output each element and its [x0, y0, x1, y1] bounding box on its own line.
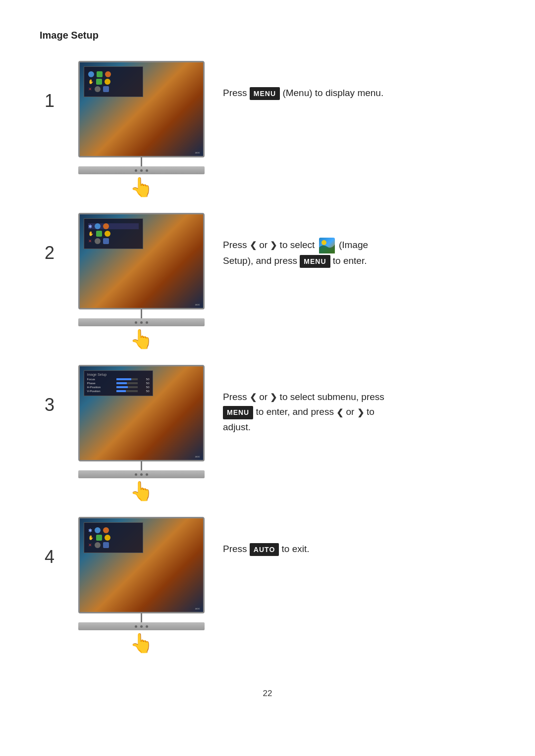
- step-3-to-enter: to enter, and press: [256, 406, 337, 417]
- monitor-stand-3: [141, 461, 142, 470]
- step-3-or2: or: [346, 406, 357, 417]
- step-2-image-setup-label: (Image: [339, 240, 368, 250]
- base-dot-1c: [146, 169, 148, 172]
- base-dot-2c: [146, 321, 148, 324]
- step-2-menu-key: MENU: [300, 255, 330, 268]
- osd-item-2b: ✋: [88, 231, 139, 237]
- step-3-monitor: Image Setup Focus 50 Phase 50: [78, 365, 205, 461]
- osd-icon-green-4: [96, 535, 102, 541]
- asterisk-icon-4: ✱: [88, 528, 92, 533]
- chevron-right-3a: ❯: [270, 391, 277, 404]
- step-4-monitor: ✱ ✋ ✕: [78, 517, 205, 613]
- monitor-base-1: [78, 166, 205, 174]
- chevron-left-3a: ❮: [250, 391, 257, 404]
- sub-label-phase: Phase: [87, 382, 114, 385]
- step-3-or1: or: [259, 392, 270, 402]
- monitor-base-3: [78, 470, 205, 478]
- osd-item-4a: ✱: [88, 527, 139, 533]
- osd-icon-orange-4: [103, 527, 109, 533]
- step-2-monitor: ✱ ✋ ✕: [78, 213, 205, 309]
- sub-fill-phase: [116, 382, 127, 384]
- aoc-logo-3: aoc: [195, 455, 200, 458]
- base-dot-4b: [140, 625, 143, 628]
- steps-container: 1 ✋: [40, 61, 495, 664]
- osd-item-2c: ✕: [88, 238, 139, 244]
- step-2-image-area: ✱ ✋ ✕: [74, 213, 208, 350]
- step-1-menu-key: MENU: [250, 87, 280, 100]
- sub-bar-vpos: [116, 390, 138, 392]
- osd-icon-orange-2: [103, 223, 109, 229]
- osd-menu-2: ✱ ✋ ✕: [84, 218, 143, 249]
- step-2-row: 2 ✱ ✋: [40, 213, 495, 350]
- step-1-image-area: ✋ ✕ aoc: [74, 61, 208, 198]
- osd-icon-circle-4: [95, 542, 101, 548]
- step-3-image-area: Image Setup Focus 50 Phase 50: [74, 365, 208, 502]
- step-2-number: 2: [40, 243, 59, 263]
- osd-icon-blue-2: [95, 223, 101, 229]
- osd-menu-4: ✱ ✋ ✕: [84, 522, 143, 553]
- osd-icon-arrow-2: [103, 238, 109, 244]
- osd-item-2: ✋: [88, 79, 139, 85]
- osd-item-1: [88, 71, 139, 77]
- step-2-desc: Press ❮ or ❯ to select: [223, 213, 495, 268]
- osd-icon-blue-1: [88, 71, 94, 77]
- aoc-logo-1: aoc: [195, 151, 200, 154]
- base-dot-1a: [135, 169, 137, 172]
- step-3-select-sub: to select submenu, press: [280, 392, 384, 402]
- base-dot-3a: [135, 473, 137, 476]
- osd-icon-arrow-1: [103, 86, 109, 92]
- step-3-row: 3 Image Setup Focus 50: [40, 365, 495, 502]
- base-dot-2b: [140, 321, 143, 324]
- sub-item-hpos: H-Position 50: [87, 386, 150, 389]
- monitor-stand-2: [141, 309, 142, 318]
- hand-pointer-2: 👆: [130, 328, 153, 350]
- step-1-monitor: ✋ ✕ aoc: [78, 61, 205, 157]
- osd-item-4c: ✕: [88, 542, 139, 548]
- step-4-to-exit: to exit.: [282, 544, 310, 554]
- osd-icon-yellow-4: [105, 535, 110, 541]
- sub-fill-focus: [116, 378, 131, 380]
- hand-pointer-3: 👆: [130, 480, 153, 502]
- step-3-screen: Image Setup Focus 50 Phase 50: [80, 366, 203, 460]
- monitor-stand-1: [141, 157, 142, 166]
- monitor-stand-4: [141, 613, 142, 622]
- osd-icon-blue-4: [95, 527, 101, 533]
- sub-bar-phase: [116, 382, 138, 384]
- step-2-to-select: to select: [280, 240, 318, 250]
- sub-item-focus: Focus 50: [87, 378, 150, 381]
- step-1-row: 1 ✋: [40, 61, 495, 198]
- step-4-desc: Press AUTO to exit.: [223, 517, 495, 556]
- hand-pointer-4: 👆: [130, 632, 153, 654]
- step-3-desc: Press ❮ or ❯ to select submenu, press ME…: [223, 365, 495, 435]
- osd-icon-green-1: [97, 71, 103, 77]
- submenu-title: Image Setup: [87, 373, 150, 376]
- base-dot-3c: [146, 473, 148, 476]
- base-dot-4c: [146, 625, 148, 628]
- osd-icon-yellow-2: [105, 231, 110, 237]
- step-3-menu-key: MENU: [223, 406, 253, 419]
- chevron-right-3b: ❯: [357, 406, 364, 419]
- sub-val-focus: 50: [140, 378, 150, 381]
- osd-icon-green-2b: [96, 231, 102, 237]
- sub-item-phase: Phase 50: [87, 382, 150, 385]
- sub-label-focus: Focus: [87, 378, 114, 381]
- svg-point-1: [321, 240, 326, 245]
- sub-val-vpos: 50: [140, 390, 150, 393]
- step-1-text-press: Press: [223, 88, 250, 98]
- osd-icon-arrow-4: [103, 542, 109, 548]
- osd-submenu-3: Image Setup Focus 50 Phase 50: [84, 370, 153, 396]
- sub-fill-vpos: [116, 390, 126, 392]
- step-2-screen: ✱ ✋ ✕: [80, 214, 203, 308]
- step-4-image-area: ✱ ✋ ✕: [74, 517, 208, 654]
- osd-menu-1: ✋ ✕: [84, 66, 143, 97]
- osd-item-4b: ✋: [88, 535, 139, 541]
- image-setup-icon: [319, 238, 335, 253]
- sub-item-vpos: V-Position 50: [87, 390, 150, 393]
- monitor-base-4: [78, 622, 205, 630]
- chevron-left-2: ❮: [250, 239, 257, 252]
- step-4-number: 4: [40, 547, 59, 567]
- step-3-to-adjust: to: [367, 406, 374, 417]
- sub-val-phase: 50: [140, 382, 150, 385]
- osd-icon-circle-1: [95, 86, 101, 92]
- sub-fill-hpos: [116, 386, 128, 388]
